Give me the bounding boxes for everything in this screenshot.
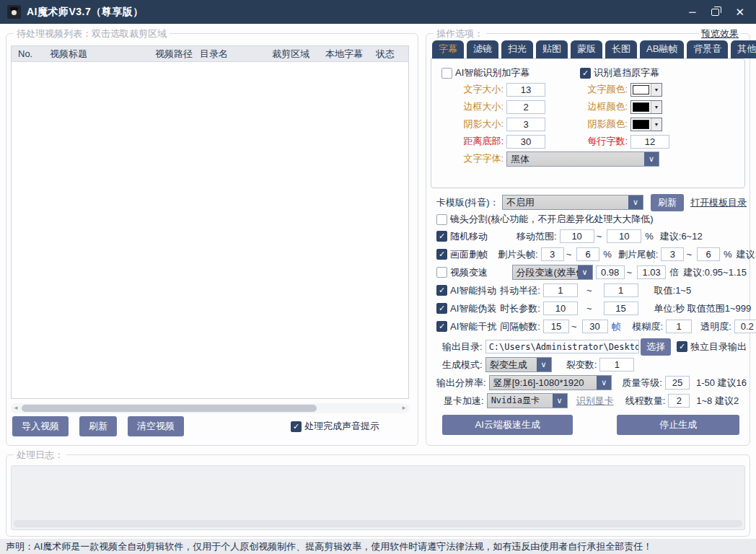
gen-mode-dropdown[interactable]: 裂变生成 ∨: [485, 357, 552, 372]
scroll-left-icon[interactable]: ◄: [13, 405, 19, 411]
shadow-color-arrow-icon[interactable]: ▼: [651, 118, 662, 131]
mask-original-checkbox[interactable]: [580, 68, 591, 79]
col-header-path[interactable]: 视频路径: [149, 48, 193, 61]
tail-frames-from-input[interactable]: [661, 247, 684, 261]
col-header-crop[interactable]: 裁剪区域: [265, 48, 319, 61]
border-color-dropdown[interactable]: ▼: [630, 100, 662, 114]
tab-mask[interactable]: 蒙版: [571, 40, 602, 58]
ai-add-subtitle-checkbox[interactable]: [441, 68, 452, 79]
template-refresh-button[interactable]: 刷新: [651, 194, 684, 211]
tab-ab-blend[interactable]: AB融帧: [640, 40, 684, 58]
duration-to-input[interactable]: [604, 302, 638, 315]
fission-count-input[interactable]: [599, 358, 634, 371]
opacity-input[interactable]: [734, 320, 756, 333]
tab-subtitle[interactable]: 字幕: [432, 40, 464, 58]
font-dropdown[interactable]: 黑体 ∨: [506, 151, 659, 167]
jitter-to-input[interactable]: [604, 283, 638, 297]
video-table-header: No. 视频标题 视频路径 目录名 裁剪区域 本地字幕 状态: [12, 46, 408, 62]
speed-from-input[interactable]: [596, 265, 625, 279]
tab-bgm[interactable]: 背景音: [687, 40, 728, 58]
scroll-right-icon[interactable]: ►: [401, 405, 407, 411]
restore-icon[interactable]: [711, 9, 719, 16]
gen-mode-arrow-icon[interactable]: ∨: [537, 358, 551, 371]
head-frames-from-input[interactable]: [541, 247, 564, 261]
stop-generate-button[interactable]: 停止生成: [617, 415, 739, 435]
template-dropdown[interactable]: 不启用 ∨: [502, 195, 643, 210]
border-color-arrow-icon[interactable]: ▼: [651, 101, 662, 113]
col-header-status[interactable]: 状态: [369, 48, 405, 61]
blur-label: 模糊度:: [633, 320, 664, 333]
blur-input[interactable]: [666, 320, 692, 333]
interval-frames-label: 间隔帧数:: [500, 320, 540, 333]
independent-dir-checkbox[interactable]: [677, 341, 687, 352]
head-frames-to-input[interactable]: [576, 247, 599, 261]
move-range-to-input[interactable]: [607, 229, 641, 243]
tab-filter[interactable]: 滤镜: [467, 40, 498, 58]
jitter-radius-label: 抖动半径:: [500, 284, 540, 297]
disguise-checkbox[interactable]: [436, 303, 447, 314]
shot-split-checkbox[interactable]: [436, 214, 447, 225]
preview-effect-link[interactable]: 预览效果: [699, 27, 741, 40]
video-table[interactable]: No. 视频标题 视频路径 目录名 裁剪区域 本地字幕 状态: [11, 45, 409, 399]
font-dropdown-arrow-icon[interactable]: ∨: [644, 152, 659, 166]
video-list-legend: 待处理视频列表：双击选取裁剪区域: [14, 27, 170, 40]
border-size-input[interactable]: [506, 100, 545, 114]
tab-other[interactable]: 其他: [731, 40, 756, 58]
template-dropdown-arrow-icon[interactable]: ∨: [628, 195, 643, 209]
text-color-dropdown[interactable]: ▼: [630, 83, 662, 97]
resolution-arrow-icon[interactable]: ∨: [597, 376, 611, 390]
shadow-color-dropdown[interactable]: ▼: [630, 118, 662, 131]
choose-dir-button[interactable]: 选择: [641, 338, 671, 356]
col-header-no[interactable]: No.: [12, 48, 43, 59]
video-table-hscrollbar[interactable]: ◄ ►: [11, 403, 409, 413]
speed-checkbox[interactable]: [436, 267, 447, 278]
frame-delete-checkbox[interactable]: [436, 249, 447, 260]
gpu-arrow-icon[interactable]: ∨: [553, 394, 567, 408]
jitter-checkbox[interactable]: [436, 285, 447, 296]
ai-add-subtitle-group: AI智能识别加字幕: [441, 66, 580, 79]
col-header-title[interactable]: 视频标题: [43, 48, 149, 61]
interval-to-input[interactable]: [582, 320, 608, 333]
sound-tip-checkbox[interactable]: [291, 421, 302, 432]
col-header-subtitle[interactable]: 本地字幕: [319, 48, 369, 61]
clear-videos-button[interactable]: 清空视频: [128, 416, 184, 436]
col-header-dir[interactable]: 目录名: [193, 48, 265, 61]
random-move-checkbox[interactable]: [436, 231, 447, 242]
log-scrollbar[interactable]: [14, 520, 742, 527]
open-template-dir-link[interactable]: 打开模板目录: [690, 196, 747, 209]
tab-sticker[interactable]: 贴图: [536, 40, 568, 58]
video-table-body[interactable]: [12, 62, 408, 398]
text-color-arrow-icon[interactable]: ▼: [651, 84, 662, 96]
shadow-size-input[interactable]: [506, 118, 545, 131]
speed-to-input[interactable]: [637, 265, 666, 279]
gpu-dropdown[interactable]: Nvidia显卡 ∨: [487, 393, 568, 408]
tail-frames-to-input[interactable]: [697, 247, 720, 261]
chars-per-line-input[interactable]: [630, 135, 669, 149]
text-size-input[interactable]: [506, 83, 545, 97]
import-video-button[interactable]: 导入视频: [12, 416, 69, 436]
move-range-from-input[interactable]: [560, 229, 594, 243]
refresh-list-button[interactable]: 刷新: [79, 416, 117, 436]
tab-long-image[interactable]: 长图: [605, 40, 637, 58]
bottom-distance-input[interactable]: [506, 135, 545, 149]
cloud-generate-button[interactable]: AI云端极速生成: [442, 415, 573, 435]
jitter-from-input[interactable]: [543, 283, 578, 297]
threads-input[interactable]: [668, 394, 690, 408]
speed-mode-dropdown[interactable]: 分段变速(效率优 ∨: [512, 265, 593, 280]
close-icon[interactable]: ✕: [735, 6, 744, 17]
hscroll-thumb[interactable]: [22, 405, 317, 412]
quality-hint: 1-50 建议16: [696, 377, 747, 390]
detect-gpu-link[interactable]: 识别显卡: [576, 395, 614, 408]
duration-from-input[interactable]: [543, 302, 578, 315]
opacity-label: 透明度:: [700, 320, 731, 333]
interval-from-input[interactable]: [543, 320, 569, 333]
interfere-checkbox[interactable]: [436, 321, 447, 332]
output-dir-input[interactable]: [485, 340, 639, 353]
quality-input[interactable]: [665, 376, 690, 390]
speed-mode-arrow-icon[interactable]: ∨: [578, 265, 592, 279]
log-area[interactable]: [11, 465, 745, 530]
resolution-dropdown[interactable]: 竖屏[9:16]-1080*1920 ∨: [489, 375, 612, 390]
minimize-icon[interactable]: ─: [689, 7, 695, 17]
jitter-row: AI智能抖动 抖动半径: ~ 取值:1~5: [429, 282, 747, 299]
tab-sweep-light[interactable]: 扫光: [501, 40, 533, 58]
